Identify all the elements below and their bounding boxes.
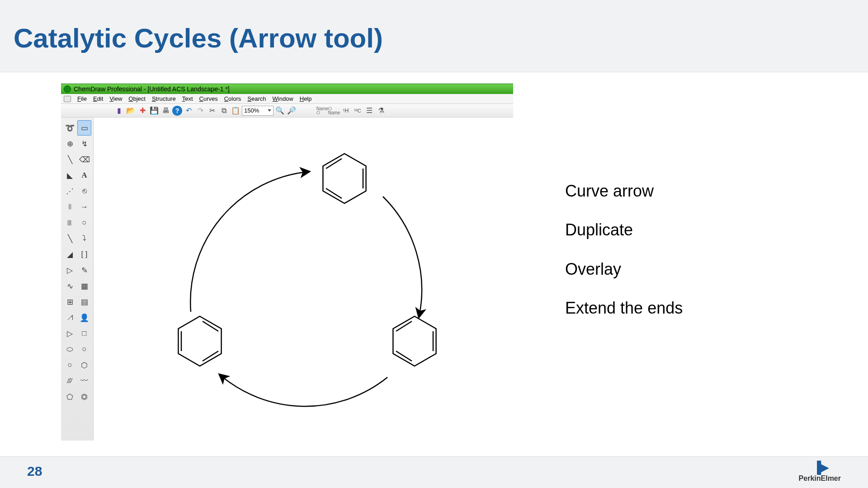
- zoom-value: 150%: [244, 107, 259, 114]
- eraser-tool[interactable]: ⌫: [77, 152, 91, 167]
- grid-tool[interactable]: ▤: [77, 294, 91, 310]
- wavy-bond-tool[interactable]: ⫼: [63, 215, 77, 230]
- rounded-box-tool[interactable]: ⬭: [63, 342, 77, 357]
- menu-file[interactable]: File: [77, 95, 87, 102]
- arrow-tool[interactable]: →: [77, 199, 91, 215]
- pen-tool[interactable]: ✎: [77, 263, 91, 278]
- curve-tool[interactable]: ⤵: [77, 231, 91, 246]
- lasso-tool[interactable]: ➰: [63, 120, 77, 136]
- solid-bond-tool[interactable]: ╲: [63, 152, 77, 167]
- name-to-structure-button[interactable]: Name⬡: [317, 105, 328, 116]
- cut-button[interactable]: ✂: [207, 105, 217, 116]
- wedge-bond-tool[interactable]: ◣: [63, 168, 77, 183]
- chemdraw-window: ChemDraw Professional - [Untitled ACS La…: [61, 84, 513, 441]
- redo-button[interactable]: ↷: [195, 105, 206, 116]
- chain-tool[interactable]: ⎋: [77, 183, 91, 199]
- chain2-tool[interactable]: ⫻: [63, 373, 77, 389]
- half-wedge-tool[interactable]: ◢: [63, 247, 77, 262]
- logo-mark-icon: ▐▶: [799, 460, 841, 474]
- dative-tool[interactable]: ▷: [63, 263, 77, 278]
- properties-button[interactable]: ☰: [364, 105, 375, 116]
- menu-window[interactable]: Window: [272, 95, 293, 102]
- nmr-13c-button[interactable]: ¹³C: [352, 105, 363, 116]
- bold-bond-tool[interactable]: ╲: [63, 231, 77, 246]
- menu-help[interactable]: Help: [300, 95, 312, 102]
- main-toolbar: ▮ 📂 ✚ 💾 🖶 ? ↶ ↷ ✂ ⧉ 📋 150% 🔍 🔎 Name⬡ ⬡Na…: [61, 104, 513, 117]
- step-curve-arrow: Curve arrow: [565, 172, 683, 211]
- slide-title: Catalytic Cycles (Arrow tool): [14, 23, 383, 54]
- text-tool[interactable]: A: [77, 168, 91, 183]
- paste-button[interactable]: 📋: [230, 105, 241, 116]
- wave-tool[interactable]: 〰: [77, 373, 91, 389]
- window-title: ChemDraw Professional - [Untitled ACS La…: [74, 85, 230, 93]
- print-button[interactable]: 🖶: [160, 105, 171, 116]
- dashed-bond-tool[interactable]: ⋰: [63, 183, 77, 199]
- menu-structure[interactable]: Structure: [152, 95, 176, 102]
- menu-search[interactable]: Search: [247, 95, 266, 102]
- analysis-button[interactable]: ⚗: [376, 105, 387, 116]
- document-icon[interactable]: [64, 96, 71, 102]
- marquee-tool[interactable]: ▭: [77, 120, 91, 136]
- table-tool[interactable]: ⊞: [63, 294, 77, 310]
- acyclic-tool[interactable]: ⩘: [63, 310, 77, 325]
- play-tool[interactable]: ▷: [63, 326, 77, 341]
- pentagon-tool[interactable]: ⬠: [63, 389, 77, 404]
- brackets-tool[interactable]: [ ]: [77, 247, 91, 262]
- logo-text: PerkinElmer: [799, 474, 841, 483]
- step-duplicate: Duplicate: [565, 211, 683, 249]
- slide: Catalytic Cycles (Arrow tool) Curve arro…: [0, 0, 868, 488]
- hash-bond-tool[interactable]: ⫴: [63, 199, 77, 215]
- menu-edit[interactable]: Edit: [93, 95, 103, 102]
- help-button[interactable]: ?: [172, 106, 182, 116]
- template-tool[interactable]: ▦: [77, 278, 91, 294]
- work-area: ➰ ▭ ⊕ ↯ ╲ ⌫ ◣ A ⋰ ⎋ ⫴ → ⫼ ○ ╲ ⤵ ◢ [ ] ▷ …: [61, 117, 513, 441]
- save-button[interactable]: 💾: [149, 105, 160, 116]
- app-icon: [64, 85, 71, 93]
- step-extend: Extend the ends: [565, 289, 683, 328]
- catalytic-cycle-drawing: [94, 117, 513, 441]
- window-titlebar[interactable]: ChemDraw Professional - [Untitled ACS La…: [61, 84, 513, 94]
- menu-colors[interactable]: Colors: [224, 95, 241, 102]
- menu-view[interactable]: View: [109, 95, 122, 102]
- copy-button[interactable]: ⧉: [218, 105, 229, 116]
- footer-band: [0, 456, 868, 488]
- drawing-canvas[interactable]: [94, 117, 513, 441]
- menu-bar: File Edit View Object Structure Text Cur…: [61, 94, 513, 104]
- undo-button[interactable]: ↶: [183, 105, 194, 116]
- svg-marker-0: [323, 154, 366, 203]
- zoom-in-button[interactable]: 🔍: [274, 105, 285, 116]
- tool-palette: ➰ ▭ ⊕ ↯ ╲ ⌫ ◣ A ⋰ ⎋ ⫴ → ⫼ ○ ╲ ⤵ ◢ [ ] ▷ …: [61, 117, 94, 441]
- structure-to-name-button[interactable]: ⬡Name: [329, 105, 340, 116]
- orbital-tool[interactable]: ○: [77, 215, 91, 230]
- zoom-input[interactable]: 150%: [242, 106, 274, 116]
- squiggle-tool[interactable]: ∿: [63, 278, 77, 294]
- zoom-out-button[interactable]: 🔎: [286, 105, 297, 116]
- structure-perspective-tool[interactable]: ⊕: [63, 136, 77, 151]
- svg-marker-8: [178, 316, 221, 366]
- box-tool[interactable]: □: [77, 326, 91, 341]
- menu-curves[interactable]: Curves: [199, 95, 218, 102]
- step-overlay: Overlay: [565, 250, 683, 289]
- hexagon-tool[interactable]: ⬡: [77, 357, 91, 373]
- benzene-tool[interactable]: ⏣: [77, 389, 91, 404]
- open-button[interactable]: 📂: [125, 105, 136, 116]
- menu-text[interactable]: Text: [182, 95, 193, 102]
- svg-marker-4: [393, 316, 436, 366]
- fragment-tool[interactable]: ↯: [77, 136, 91, 151]
- steps-list: Curve arrow Duplicate Overlay Extend the…: [565, 172, 683, 328]
- linecollect-button[interactable]: ✚: [137, 105, 148, 116]
- page-number: 28: [27, 464, 42, 479]
- dropdown-icon[interactable]: [268, 109, 271, 112]
- nmr-1h-button[interactable]: ¹H: [340, 105, 351, 116]
- perkinelmer-logo: ▐▶ PerkinElmer: [799, 460, 841, 483]
- menu-object[interactable]: Object: [128, 95, 146, 102]
- oval-tool[interactable]: ○: [77, 342, 91, 357]
- circle-tool[interactable]: ○: [63, 357, 77, 373]
- new-doc-button[interactable]: ▮: [113, 105, 124, 116]
- stamp-tool[interactable]: 👤: [77, 310, 91, 325]
